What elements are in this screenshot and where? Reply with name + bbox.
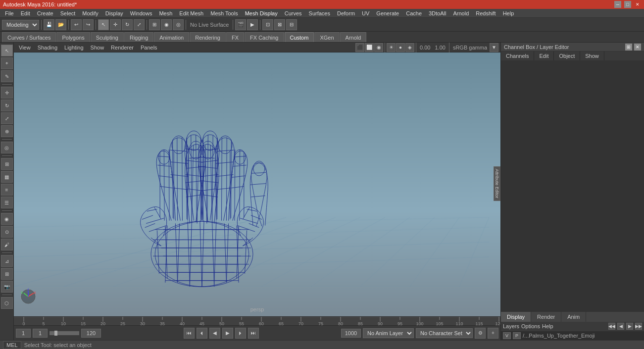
vp-menu-panels[interactable]: Panels [138,45,160,50]
save-button[interactable]: 💾 [44,19,54,30]
select-tool-left[interactable]: ↖ [1,45,13,56]
panel-close-btn[interactable]: ✕ [634,44,641,50]
vp-wireframe[interactable]: ⬜ [365,43,374,52]
layer-nav-left[interactable]: ◀ [617,323,624,330]
vp-select-mode[interactable]: ⬛ [355,43,364,52]
menu-item-windows[interactable]: Windows [127,10,155,17]
camera-btn[interactable]: 📷 [1,281,13,293]
paint-btn[interactable]: 🖌 [1,239,13,250]
xform-btn[interactable]: ⊿ [1,255,13,267]
menu-item-mesh-display[interactable]: Mesh Display [242,10,281,17]
attribute-editor-tab[interactable]: Attribute Editor [494,166,500,201]
extra-ctrl-btn[interactable]: + [488,328,498,339]
tab-curves---surfaces[interactable]: Curves / Surfaces [2,32,56,42]
playback-slider[interactable] [50,331,79,335]
tab-polygons[interactable]: Polygons [56,32,90,42]
soft-select-btn[interactable]: ◎ [1,142,13,153]
vp-menu-show[interactable]: Show [88,45,107,50]
rotate-tool-button[interactable]: ↻ [122,19,133,30]
maximize-button[interactable]: □ [624,1,631,8]
layer-visibility-btn[interactable]: V [503,332,511,339]
step-back-button[interactable]: ⏴ [197,328,207,339]
menu-item-cache[interactable]: Cache [403,10,425,17]
play-forward-button[interactable]: ▶ [222,328,233,339]
menu-item-display[interactable]: Display [102,10,126,17]
anim-layer-select[interactable]: No Anim Layer [363,328,414,338]
vp-solid[interactable]: ◉ [374,43,383,52]
history-btn[interactable]: ⊞ [1,158,13,170]
extra-btn-2[interactable]: ⊠ [274,19,285,30]
vp-gamma-label[interactable]: sRGB gamma [451,45,489,50]
jump-end-button[interactable]: ⏭ [248,328,259,339]
preferences-button[interactable]: ⚙ [475,328,486,339]
menu-item-arnold[interactable]: Arnold [450,10,472,17]
char-set-select[interactable]: No Character Set [416,328,473,338]
vp-menu-renderer[interactable]: Renderer [108,45,137,50]
jump-start-button[interactable]: ⏮ [184,328,195,339]
move-tool-button[interactable]: ✛ [110,19,121,30]
display-tab[interactable]: Display [501,312,531,322]
vp-field1[interactable]: 0.00 [418,45,432,50]
rotate-tool-left[interactable]: ↻ [1,100,13,111]
menu-item-edit[interactable]: Edit [18,10,33,17]
channels-tab[interactable]: Channels [501,51,534,60]
lasso-tool[interactable]: ✎ [1,70,13,82]
frame-start-input[interactable] [16,329,31,338]
object-tab[interactable]: Object [554,51,580,60]
universal-manip[interactable]: ⊕ [1,125,13,137]
playback-slider-thumb[interactable] [54,331,57,336]
layer-nav-right[interactable]: ▶ [626,323,633,330]
menu-item-mesh-tools[interactable]: Mesh Tools [207,10,241,17]
anim-tab[interactable]: Anim [561,312,586,322]
menu-item-generate[interactable]: Generate [373,10,402,17]
pivot-btn[interactable]: ⊞ [1,268,13,280]
snap-mode-btn[interactable]: ◉ [1,213,13,225]
attr-editor-btn[interactable]: ≡ [1,184,13,196]
tab-custom[interactable]: Custom [285,32,314,42]
frame-current-input[interactable] [33,329,48,338]
tab-fx-caching[interactable]: FX Caching [245,32,284,42]
layer-nav-right-right[interactable]: ▶▶ [635,323,642,330]
menu-item-create[interactable]: Create [34,10,56,17]
tab-rendering[interactable]: Rendering [190,32,226,42]
show-tab[interactable]: Show [580,51,604,60]
render-button[interactable]: ▶ [247,19,258,30]
scale-tool-left[interactable]: ⤢ [1,112,13,124]
vp-lights[interactable]: ☀ [387,43,396,52]
panel-float-btn[interactable]: ⊞ [625,44,632,50]
vp-aa[interactable]: ◈ [405,43,414,52]
tab-xgen[interactable]: XGen [314,32,339,42]
minimize-button[interactable]: ─ [614,1,621,8]
vp-field2[interactable]: 1.00 [433,45,447,50]
tab-fx[interactable]: FX [226,32,244,42]
mel-label[interactable]: MEL [3,341,21,349]
step-forward-button[interactable]: ⏵ [235,328,246,339]
layers-menu-item[interactable]: Layers [503,323,519,329]
vp-menu-lighting[interactable]: Lighting [61,45,87,50]
bottom-tool-1[interactable]: ⬡ [1,297,13,309]
snap-grid-button[interactable]: ⊞ [149,19,160,30]
tab-animation[interactable]: Animation [154,32,189,42]
menu-item-uv[interactable]: UV [359,10,372,17]
render-tab[interactable]: Render [531,312,561,322]
menu-item-deform[interactable]: Deform [334,10,358,17]
vp-shadows[interactable]: ● [396,43,405,52]
extra-btn-1[interactable]: ⊡ [262,19,273,30]
menu-item-redshift[interactable]: Redshift [473,10,498,17]
range-end-input[interactable] [341,329,361,338]
vp-menu-view[interactable]: View [16,45,34,50]
vp-gamma-btn[interactable]: ▼ [490,43,498,52]
menu-item-surfaces[interactable]: Surfaces [306,10,333,17]
layer-name[interactable]: /...Palms_Up_Together_Emoji [523,333,595,339]
open-button[interactable]: 📂 [55,19,66,30]
soft-mod-btn[interactable]: ⊙ [1,226,13,238]
layer-nav-left-left[interactable]: ◀◀ [608,323,615,330]
frame-end-input[interactable] [81,329,101,338]
menu-item-3dtoall[interactable]: 3DtoAll [426,10,449,17]
menu-item-mesh[interactable]: Mesh [156,10,175,17]
snap-point-button[interactable]: ◎ [173,19,184,30]
options-menu-item[interactable]: Options [521,323,540,329]
tab-arnold[interactable]: Arnold [340,32,367,42]
menu-item-file[interactable]: File [2,10,17,17]
3d-viewport[interactable]: X Y Z persp [14,52,500,316]
